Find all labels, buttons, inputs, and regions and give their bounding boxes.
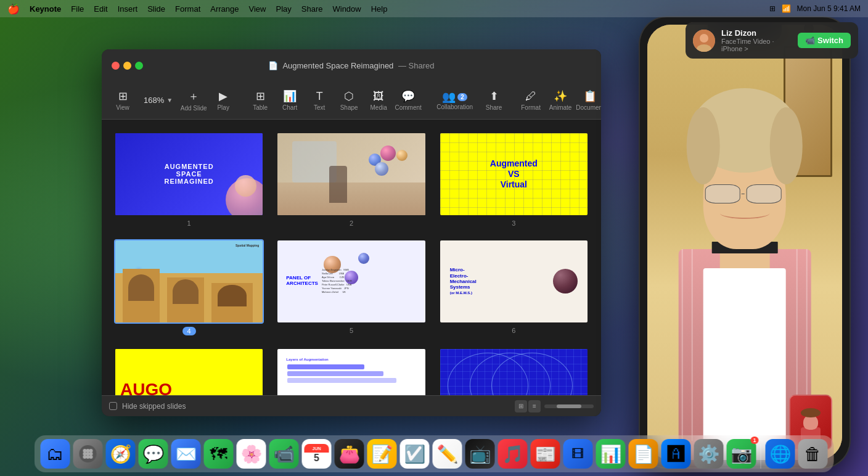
dock-launchpad[interactable] bbox=[73, 439, 103, 469]
ft-subtitle: FaceTime Video · iPhone > bbox=[721, 38, 792, 52]
slides-area[interactable]: AUGMENTEDSPACEREIMAGINED 1 bbox=[102, 120, 601, 395]
shape-label: Shape bbox=[340, 104, 358, 111]
dock-music[interactable]: 🎵 bbox=[498, 439, 528, 469]
toolbar-view[interactable]: ⊞ View bbox=[109, 87, 136, 113]
slide-thumb-8: Layers of Augmentation bbox=[276, 348, 426, 395]
slide6-title-text: Micro-Electro-MechanicalSystems(or M.E.M… bbox=[450, 267, 548, 295]
menu-view[interactable]: View bbox=[249, 4, 266, 14]
toolbar-add-slide[interactable]: ＋ Add Slide bbox=[180, 86, 207, 114]
slide-item-6[interactable]: Micro-Electro-MechanicalSystems(or M.E.M… bbox=[439, 239, 589, 335]
maximize-button[interactable] bbox=[135, 62, 143, 70]
scroll-thumb bbox=[557, 404, 581, 408]
facetime-icon: 📹 bbox=[805, 36, 815, 45]
toolbar-share[interactable]: ⬆ Share bbox=[480, 87, 507, 113]
slide-item-7[interactable]: AUGO 7 bbox=[114, 348, 264, 395]
menu-file[interactable]: File bbox=[71, 4, 84, 14]
media-label: Media bbox=[371, 104, 387, 111]
shape-icon: ⬡ bbox=[344, 89, 354, 103]
ft-info: Liz Dizon FaceTime Video · iPhone > bbox=[721, 28, 792, 52]
slide-thumb-5: PANEL OFARCHITECTS Jocelyn Engstrom SWE … bbox=[276, 239, 426, 324]
comment-label: Comment bbox=[395, 104, 421, 111]
window-titlebar: 📄 Augmented Space Reimagined — Shared bbox=[102, 49, 601, 81]
menu-slide[interactable]: Slide bbox=[147, 4, 165, 14]
menu-edit[interactable]: Edit bbox=[94, 4, 107, 14]
menubar-control-center[interactable]: ⊞ bbox=[769, 4, 776, 13]
hide-skipped-label: Hide skipped slides bbox=[122, 402, 186, 411]
menubar-wifi[interactable]: 📶 bbox=[782, 4, 791, 13]
apple-menu[interactable]: 🍎 bbox=[7, 3, 20, 15]
slide2-content bbox=[277, 133, 425, 215]
dock-facetime[interactable]: 📹 bbox=[269, 439, 299, 469]
menu-format[interactable]: Format bbox=[175, 4, 200, 14]
dock-notes[interactable]: 📝 bbox=[367, 439, 397, 469]
menu-window[interactable]: Window bbox=[332, 4, 361, 14]
dock-maps[interactable]: 🗺 bbox=[204, 439, 234, 469]
animate-label: Animate bbox=[549, 104, 572, 111]
slide-item-1[interactable]: AUGMENTEDSPACEREIMAGINED 1 bbox=[114, 132, 264, 227]
toolbar-collaboration[interactable]: 👥 2 Collaboration bbox=[432, 88, 478, 113]
dock-facetime-active[interactable]: 📷 1 bbox=[727, 439, 756, 469]
toolbar-document[interactable]: 📋 Document bbox=[576, 87, 601, 113]
minimize-button[interactable] bbox=[123, 62, 131, 70]
dock-wallet[interactable]: 👛 bbox=[335, 439, 364, 469]
view-btn-grid[interactable]: ⊞ bbox=[515, 400, 527, 412]
menu-help[interactable]: Help bbox=[371, 4, 388, 14]
view-btn-list[interactable]: ≡ bbox=[528, 400, 541, 412]
menu-arrange[interactable]: Arrange bbox=[210, 4, 239, 14]
facetime-switch-button[interactable]: 📹 Switch bbox=[798, 33, 851, 48]
dock-globe[interactable]: 🌐 bbox=[766, 439, 795, 469]
format-icon: 🖊 bbox=[525, 90, 536, 103]
slide7-text: AUGO bbox=[120, 380, 172, 395]
toolbar-zoom[interactable]: 168% ▼ Zoom bbox=[139, 93, 178, 107]
svg-point-12 bbox=[89, 455, 93, 459]
dock-numbers[interactable]: 📊 bbox=[596, 439, 626, 469]
toolbar-format[interactable]: 🖊 Format bbox=[517, 88, 544, 113]
toolbar-comment[interactable]: 💬 Comment bbox=[395, 87, 422, 113]
dock-system-prefs[interactable]: ⚙️ bbox=[694, 439, 724, 469]
menu-insert[interactable]: Insert bbox=[118, 4, 138, 14]
slide-item-9[interactable]: PHYSICAL AUGMENTED VIRTUAL 9 bbox=[439, 348, 589, 395]
toolbar-media[interactable]: 🖼 Media bbox=[365, 88, 392, 113]
toolbar-chart[interactable]: 📊 Chart bbox=[276, 87, 303, 113]
dock-safari[interactable]: 🧭 bbox=[106, 439, 136, 469]
shared-label: — Shared bbox=[398, 61, 435, 70]
slide-num-1: 1 bbox=[187, 220, 191, 227]
toolbar-play[interactable]: ▶ Play bbox=[210, 87, 237, 113]
dock-keynote[interactable]: 🎞 bbox=[563, 439, 593, 469]
scroll-track[interactable] bbox=[544, 404, 594, 408]
dock-news[interactable]: 📰 bbox=[531, 439, 560, 469]
toolbar-animate[interactable]: ✨ Animate bbox=[547, 87, 574, 113]
dock-app-store[interactable]: 🅰 bbox=[661, 439, 691, 469]
dock-calendar[interactable]: JUN 5 bbox=[302, 439, 332, 469]
dock-freeform[interactable]: ✏️ bbox=[433, 439, 462, 469]
menu-app-name[interactable]: Keynote bbox=[30, 4, 61, 14]
dock-messages[interactable]: 💬 bbox=[139, 439, 168, 469]
slide-thumb-6: Micro-Electro-MechanicalSystems(or M.E.M… bbox=[439, 239, 589, 324]
slides-grid: AUGMENTEDSPACEREIMAGINED 1 bbox=[114, 132, 589, 395]
dock-reminders[interactable]: ☑️ bbox=[400, 439, 430, 469]
slide-thumb-1: AUGMENTEDSPACEREIMAGINED bbox=[114, 132, 264, 216]
dock-photos[interactable]: 🌸 bbox=[237, 439, 266, 469]
dock-finder[interactable]: 🗂 bbox=[41, 439, 70, 469]
dock-pages[interactable]: 📄 bbox=[629, 439, 658, 469]
media-icon: 🖼 bbox=[373, 90, 384, 103]
menu-play[interactable]: Play bbox=[276, 4, 291, 14]
slide-item-8[interactable]: Layers of Augmentation 8 bbox=[276, 348, 426, 395]
menubar-time: Mon Jun 5 9:41 AM bbox=[797, 4, 861, 13]
slide-item-2[interactable]: 2 bbox=[276, 132, 426, 227]
slide-item-3[interactable]: AugmentedVSVirtual 3 bbox=[439, 132, 589, 227]
dock-mail[interactable]: ✉️ bbox=[171, 439, 201, 469]
toolbar-text[interactable]: T Text bbox=[306, 88, 333, 113]
menu-share[interactable]: Share bbox=[301, 4, 323, 14]
slide8-title-text: Layers of Augmentation bbox=[286, 358, 416, 361]
slide-item-5[interactable]: PANEL OFARCHITECTS Jocelyn Engstrom SWE … bbox=[276, 239, 426, 335]
iphone-container bbox=[640, 17, 850, 467]
dock-trash[interactable]: 🗑 bbox=[798, 439, 828, 469]
hide-skipped-checkbox[interactable] bbox=[109, 402, 117, 410]
document-icon: 📋 bbox=[583, 89, 597, 103]
close-button[interactable] bbox=[112, 62, 120, 70]
dock-apple-tv[interactable]: 📺 bbox=[465, 439, 495, 469]
toolbar-shape[interactable]: ⬡ Shape bbox=[335, 87, 362, 113]
toolbar-table[interactable]: ⊞ Table bbox=[247, 87, 274, 113]
slide-item-4[interactable]: Spatial Mapping 4 bbox=[114, 239, 264, 335]
